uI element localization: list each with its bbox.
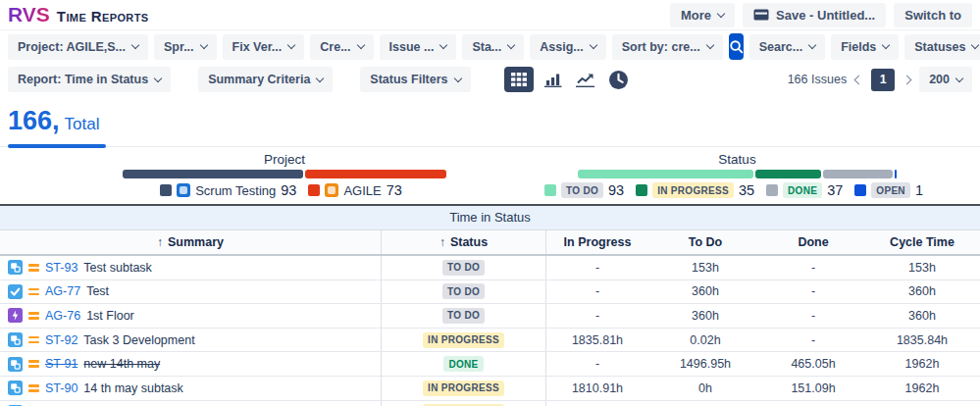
report-type-button[interactable]: Report: Time in Status <box>8 67 171 92</box>
more-button[interactable]: More <box>670 3 735 27</box>
filter-fields[interactable]: Fields <box>831 34 899 60</box>
filter-issue-type[interactable]: Issue ... <box>380 34 457 60</box>
clock-icon <box>608 70 629 90</box>
table-row: ST-93 Test subtask TO DO - 153h - 153h <box>0 256 980 280</box>
legend-row: Project Scrum Testing 93 AGILE 73 Status… <box>0 147 980 204</box>
filter-fix-version[interactable]: Fix Ver... <box>223 34 305 60</box>
time-view-button[interactable] <box>606 68 631 92</box>
prev-page-icon[interactable] <box>854 75 864 84</box>
filter-label: Spr... <box>164 40 194 54</box>
table-row: AG-76 1st Floor TO DO - 360h - 360h <box>0 304 980 329</box>
chevron-down-icon <box>955 74 963 81</box>
epic-icon <box>8 308 23 323</box>
save-button[interactable]: Save - Untitled... <box>743 3 886 27</box>
project-avatar <box>177 183 190 197</box>
chevron-down-icon <box>507 41 515 49</box>
to-do-value: 27.49h <box>648 401 762 406</box>
header-label: Done <box>798 235 828 249</box>
chevron-down-icon <box>287 41 295 49</box>
app-title: Time Reports <box>57 8 149 25</box>
priority-medium-icon <box>28 264 39 272</box>
status-badge: TO DO <box>442 308 485 324</box>
status-bar-segment <box>823 170 893 178</box>
status-bar-segment <box>578 170 753 178</box>
priority-medium-icon <box>28 288 39 296</box>
filter-label: Searc... <box>759 40 802 54</box>
chevron-down-icon <box>453 74 461 81</box>
table-row: ST-92 Task 3 Development IN PROGRESS 183… <box>0 329 980 353</box>
table-view-button[interactable] <box>504 67 534 92</box>
header-in-progress[interactable]: In Progress <box>546 230 648 254</box>
cycle-time-value: 1962h <box>864 352 980 376</box>
rvs-logo-icon: RVS <box>8 3 50 26</box>
issue-summary: Task 3 Development <box>83 333 194 347</box>
done-value: 151.09h <box>762 377 864 400</box>
issue-key-link[interactable]: AG-76 <box>45 309 80 323</box>
status-badge: OPEN <box>871 182 910 198</box>
subtask-icon <box>8 357 23 372</box>
priority-medium-icon <box>28 312 39 320</box>
to-do-value: 153h <box>648 256 762 279</box>
status-badge: DONE <box>443 356 483 372</box>
header-label: In Progress <box>564 235 632 249</box>
priority-medium-icon <box>28 360 39 368</box>
issue-key-link[interactable]: ST-90 <box>45 381 77 395</box>
project-legend-label: AGILE <box>343 183 381 198</box>
filter-created[interactable]: Cre... <box>310 34 373 60</box>
table-row: ST-90 14 th may subtask IN PROGRESS 1810… <box>0 377 980 401</box>
filter-search-text[interactable]: Searc... <box>749 34 825 60</box>
bar-chart-view-button[interactable] <box>542 71 565 89</box>
legend-color-swatch <box>766 184 778 196</box>
issue-summary: 14 th may subtask <box>83 381 182 395</box>
table-header-row: ↑Summary ↑Status In Progress To Do Done … <box>0 229 980 256</box>
switch-to-button[interactable]: Switch to <box>894 3 972 27</box>
status-badge: TO DO <box>442 283 485 299</box>
filter-label: Fields <box>841 40 876 54</box>
search-button[interactable] <box>729 33 744 60</box>
header-summary[interactable]: ↑Summary <box>0 230 382 254</box>
line-chart-icon <box>576 73 595 87</box>
issue-key-link[interactable]: ST-91 <box>45 357 77 371</box>
chevron-down-icon <box>971 41 979 49</box>
total-count: 166, <box>8 106 60 136</box>
header-cycle-time[interactable]: Cycle Time <box>864 230 980 254</box>
report-toolbar: Report: Time in Status Summary Criteria … <box>0 63 980 98</box>
done-value: - <box>762 256 864 279</box>
issue-key-link[interactable]: ST-93 <box>45 261 77 275</box>
page-size-select[interactable]: 200 <box>919 67 972 92</box>
filter-assignee[interactable]: Assig... <box>530 34 605 60</box>
chevron-down-icon <box>808 41 816 49</box>
status-badge: TO DO <box>561 182 603 198</box>
task-icon <box>8 284 23 299</box>
next-page-icon[interactable] <box>903 75 912 84</box>
current-page-button[interactable]: 1 <box>871 69 895 91</box>
header-status[interactable]: ↑Status <box>382 230 546 254</box>
subtask-icon <box>8 260 23 275</box>
status-badge: TO DO <box>442 260 485 276</box>
filter-label: Sta... <box>472 40 501 54</box>
tab-total[interactable]: 166, Total <box>8 106 99 136</box>
project-avatar <box>325 183 338 197</box>
priority-medium-icon <box>28 384 39 392</box>
header-to-do[interactable]: To Do <box>648 230 762 254</box>
filter-sort-by[interactable]: Sort by: cre... <box>612 34 723 60</box>
legend-color-swatch <box>308 184 320 196</box>
filter-label: Project: AGILE,S... <box>18 40 126 54</box>
header-label: To Do <box>689 235 722 249</box>
summary-criteria-button[interactable]: Summary Criteria <box>198 67 333 92</box>
in-progress-value: - <box>546 304 648 328</box>
done-value: 266.06h <box>762 401 864 406</box>
status-legend-count: 37 <box>827 182 843 198</box>
sort-asc-icon: ↑ <box>439 235 445 249</box>
filter-statuses[interactable]: Statuses <box>904 34 980 60</box>
filter-status[interactable]: Sta... <box>462 34 524 60</box>
project-legend-count: 73 <box>387 182 402 198</box>
filter-sprint[interactable]: Spr... <box>154 34 217 60</box>
line-chart-view-button[interactable] <box>574 71 597 89</box>
header-done[interactable]: Done <box>762 230 864 254</box>
issue-key-link[interactable]: ST-92 <box>45 333 77 347</box>
status-filters-button[interactable]: Status Filters <box>360 67 470 92</box>
issue-key-link[interactable]: AG-77 <box>45 284 80 298</box>
filter-project[interactable]: Project: AGILE,S... <box>8 34 148 60</box>
project-legend-label: Scrum Testing <box>195 183 276 198</box>
